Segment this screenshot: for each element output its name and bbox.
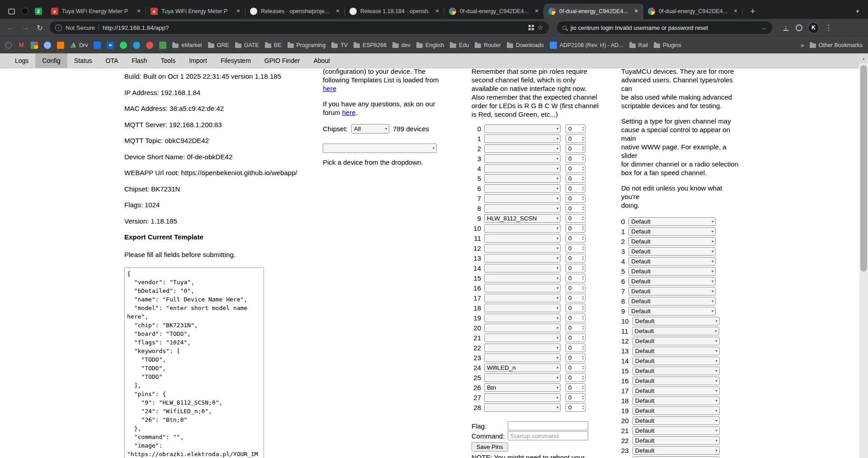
spin-down-icon[interactable]: ▾ <box>582 138 584 141</box>
spin-down-icon[interactable]: ▾ <box>582 387 584 390</box>
globe-bookmark[interactable] <box>5 42 12 48</box>
pin-channel-input[interactable]: 0▴▾ <box>566 393 585 402</box>
pin-role-select[interactable]: ▾ <box>484 184 561 193</box>
command-input[interactable] <box>508 431 588 440</box>
spinner-icon[interactable]: ▴▾ <box>582 325 584 330</box>
spin-down-icon[interactable]: ▾ <box>582 338 584 340</box>
pin-channel-input[interactable]: 0▴▾ <box>566 204 585 213</box>
pin-channel-input[interactable]: 0▴▾ <box>566 144 585 153</box>
channel-type-select[interactable]: Default▾ <box>632 406 720 415</box>
pin-role-select[interactable]: ▾ <box>484 304 561 312</box>
linkedin-bookmark[interactable]: in <box>107 42 114 49</box>
green-app-bookmark[interactable] <box>159 42 166 49</box>
dark-app-icon[interactable] <box>21 8 28 15</box>
spinner-icon[interactable]: ▴▾ <box>582 405 584 410</box>
flag-input[interactable] <box>508 421 588 430</box>
pin-channel-input[interactable]: 0▴▾ <box>566 214 585 223</box>
channel-type-select[interactable]: Default▾ <box>632 377 720 385</box>
pin-role-select[interactable]: ▾ <box>484 224 561 233</box>
pin-channel-input[interactable]: 0▴▾ <box>566 274 585 282</box>
pin-channel-input[interactable]: 0▴▾ <box>566 304 585 312</box>
spinner-icon[interactable]: ▴▾ <box>582 335 584 340</box>
pin-role-select[interactable]: ▾ <box>484 164 561 173</box>
window-icon[interactable] <box>8 9 15 14</box>
app-tab-status[interactable]: Status <box>67 53 99 68</box>
spinner-icon[interactable]: ▴▾ <box>582 146 584 151</box>
app-tab-filesystem[interactable]: Filesystem <box>214 53 258 68</box>
spin-down-icon[interactable]: ▾ <box>582 218 584 221</box>
spinner-icon[interactable]: ▴▾ <box>582 126 584 131</box>
pin-role-select[interactable]: HLW_8112_SCSN▾ <box>484 214 561 223</box>
spin-down-icon[interactable]: ▾ <box>582 348 584 350</box>
pin-role-select[interactable]: ▾ <box>484 274 561 282</box>
bookmark-folder[interactable]: Router <box>475 42 501 48</box>
browser-tab[interactable]: Release 1.18.184 · opensh...× <box>345 4 444 19</box>
spinner-icon[interactable]: ▴▾ <box>582 265 584 271</box>
spinner-icon[interactable]: ▴▾ <box>582 196 584 201</box>
pin-role-select[interactable]: ▾ <box>484 244 561 253</box>
bookmark-star-icon[interactable]: ☆ <box>538 24 543 32</box>
app-tab-about[interactable]: About <box>307 53 337 68</box>
bookmark-folder[interactable]: eMarket <box>172 42 202 48</box>
spin-down-icon[interactable]: ▾ <box>582 278 584 281</box>
pin-role-select[interactable]: ▾ <box>484 393 561 402</box>
spinner-icon[interactable]: ▴▾ <box>582 186 584 191</box>
app-tab-ota[interactable]: OTA <box>99 53 125 68</box>
bookmark-folder[interactable]: GATE <box>235 42 259 48</box>
pin-channel-input[interactable]: 0▴▾ <box>566 294 585 302</box>
tab-close-icon[interactable]: × <box>135 8 142 15</box>
app-tab-import[interactable]: Import <box>182 53 214 68</box>
pin-role-select[interactable]: ▾ <box>484 134 561 143</box>
scrollbar-thumb[interactable] <box>860 65 867 272</box>
browser-tab[interactable]: 0f-dual-energy_C942DE4...× <box>643 4 743 19</box>
pin-role-select[interactable]: ▾ <box>484 334 561 342</box>
pin-channel-input[interactable]: 0▴▾ <box>566 164 585 173</box>
spinner-icon[interactable]: ▴▾ <box>582 235 584 241</box>
pin-channel-input[interactable]: 0▴▾ <box>566 284 585 292</box>
spin-down-icon[interactable]: ▾ <box>582 367 584 370</box>
pin-channel-input[interactable]: 0▴▾ <box>566 124 585 133</box>
bookmark-folder[interactable]: Programing <box>288 42 326 48</box>
pin-role-select[interactable]: Btn▾ <box>484 383 561 392</box>
browser-tab[interactable]: 0f-dual-energy_C942DE4...× <box>444 4 544 19</box>
chipset-select[interactable]: All ▾ <box>351 124 389 134</box>
pin-role-select[interactable]: ▾ <box>484 264 561 272</box>
spinner-icon[interactable]: ▴▾ <box>582 205 584 211</box>
pin-role-select[interactable]: ▾ <box>484 254 561 262</box>
extensions-icon[interactable] <box>796 24 802 31</box>
channel-type-select[interactable]: Default▾ <box>632 396 720 405</box>
spin-down-icon[interactable]: ▾ <box>582 208 584 211</box>
channel-type-select[interactable]: Default▾ <box>632 456 720 458</box>
pin-role-select[interactable]: ▾ <box>484 124 561 133</box>
back-button[interactable]: ← <box>5 21 17 34</box>
tab-close-icon[interactable]: × <box>334 8 341 15</box>
drive-bookmark[interactable]: Drv <box>70 42 88 48</box>
browser-tab[interactable]: 0f-dual-energy_C942DE4...× <box>544 4 643 19</box>
bookmark-folder[interactable]: Downloads <box>507 42 544 48</box>
channel-type-select[interactable]: Default▾ <box>632 347 720 355</box>
menu-icon[interactable]: ⋮ <box>825 23 832 33</box>
bookmark-folder[interactable]: BE <box>265 42 282 48</box>
pin-role-select[interactable]: ▾ <box>484 403 561 412</box>
spin-down-icon[interactable]: ▾ <box>582 268 584 271</box>
pin-role-select[interactable]: ▾ <box>484 284 561 292</box>
channel-type-select[interactable]: Default▾ <box>632 436 720 445</box>
channel-type-select[interactable]: Default▾ <box>632 327 719 335</box>
app-tab-logs[interactable]: Logs <box>8 53 35 68</box>
channel-type-select[interactable]: Default▾ <box>628 257 716 266</box>
spinner-icon[interactable]: ▴▾ <box>582 255 584 261</box>
channel-type-select[interactable]: Default▾ <box>628 267 716 276</box>
channel-type-select[interactable]: Default▾ <box>632 337 720 345</box>
app-tab-flash[interactable]: Flash <box>125 53 154 68</box>
pin-channel-input[interactable]: 0▴▾ <box>566 334 585 342</box>
spin-down-icon[interactable]: ▾ <box>582 238 584 241</box>
pin-role-select[interactable]: ▾ <box>484 204 561 213</box>
spin-down-icon[interactable]: ▾ <box>582 358 584 360</box>
bookmark-folder[interactable]: GRE <box>208 42 229 48</box>
bookmark-folder[interactable]: English <box>416 42 444 48</box>
channel-type-select[interactable]: Default▾ <box>632 446 720 455</box>
spin-down-icon[interactable]: ▾ <box>582 377 584 380</box>
pin-role-select[interactable]: ▾ <box>484 314 561 322</box>
channel-type-select[interactable]: Default▾ <box>628 247 716 256</box>
new-tab-button[interactable]: + <box>746 5 759 18</box>
